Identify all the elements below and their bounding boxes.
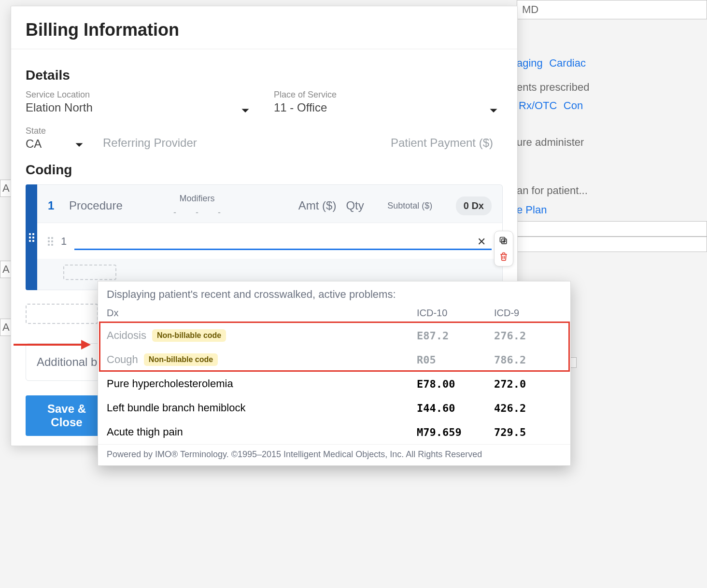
dropdown-row[interactable]: Acute thigh pain M79.659 729.5	[98, 420, 570, 444]
drag-handle-icon[interactable]	[48, 237, 53, 246]
modal-header: Billing Information	[11, 6, 517, 49]
modifier-slot-2[interactable]: -	[196, 208, 198, 218]
dropdown-footer: Powered by IMO® Terminology. ©1995–2015 …	[98, 444, 570, 465]
place-of-service-value: 11 - Office	[274, 101, 327, 114]
qty-label[interactable]: Qty	[346, 199, 364, 212]
bg-left-a3: A	[2, 321, 10, 333]
procedure-row-number: 1	[48, 199, 59, 212]
chevron-down-icon	[241, 107, 250, 116]
bg-text-plan: an for patient...	[517, 184, 588, 197]
add-procedure-placeholder[interactable]	[26, 304, 98, 324]
referring-provider-input[interactable]: Referring Provider	[103, 136, 339, 151]
dx-icd9: 272.0	[494, 378, 562, 390]
patient-payment-input[interactable]: Patient Payment ($)	[358, 136, 503, 151]
col-icd10: ICD-10	[417, 308, 494, 319]
clear-icon[interactable]: ✕	[477, 236, 486, 248]
details-section-title: Details	[26, 68, 503, 83]
coding-block: 1 Procedure Modifiers - - - Amt ($) Qty …	[26, 184, 503, 290]
duplicate-button[interactable]	[497, 234, 510, 248]
dx-icd10: M79.659	[417, 426, 494, 438]
bg-link-con[interactable]: Con	[564, 99, 583, 112]
dropdown-column-headers: Dx ICD-10 ICD-9	[98, 308, 570, 323]
dx-name: Pure hypercholesterolemia	[107, 378, 233, 390]
dx-name: Acute thigh pain	[107, 426, 183, 438]
dropdown-heading: Displaying patient's recent and crosswal…	[98, 281, 570, 308]
row-tools	[494, 231, 513, 266]
bg-left-a2: A	[2, 263, 10, 275]
dx-name: Left bundle branch hemiblock	[107, 402, 245, 414]
procedure-input[interactable]: Procedure	[69, 199, 141, 212]
bg-link-eplan[interactable]: e Plan	[517, 204, 547, 216]
dx-icd10: R05	[417, 354, 494, 366]
dx-icd10: E78.00	[417, 378, 494, 390]
dx-icd9: 729.5	[494, 426, 562, 438]
save-and-close-button[interactable]: Save & Close	[26, 395, 108, 436]
service-location-field[interactable]: Service Location Elation North	[26, 90, 255, 114]
service-location-value: Elation North	[26, 101, 93, 114]
place-of-service-label: Place of Service	[274, 90, 503, 100]
drag-handle[interactable]	[26, 184, 37, 290]
dx-search-input[interactable]	[74, 233, 492, 250]
dx-name: Acidosis	[107, 329, 146, 342]
delete-button[interactable]	[497, 250, 510, 263]
col-icd9: ICD-9	[494, 308, 562, 319]
dropdown-row[interactable]: Left bundle branch hemiblock I44.60 426.…	[98, 396, 570, 420]
dx-icd10: I44.60	[417, 402, 494, 414]
modifier-slot-1[interactable]: -	[173, 208, 176, 218]
modifiers-label: Modifiers	[179, 194, 214, 204]
dx-line-number: 1	[61, 235, 67, 248]
dropdown-row[interactable]: Pure hypercholesterolemia E78.00 272.0	[98, 372, 570, 396]
bg-link-cardiac[interactable]: Cardiac	[549, 57, 586, 69]
dx-count-pill[interactable]: 0 Dx	[456, 196, 492, 215]
bg-left-a1: A	[2, 182, 10, 194]
modal-title: Billing Information	[26, 20, 503, 40]
col-dx: Dx	[107, 308, 417, 319]
service-location-label: Service Location	[26, 90, 255, 100]
coding-header-row: 1 Procedure Modifiers - - - Amt ($) Qty …	[37, 185, 502, 223]
dx-name: Cough	[107, 353, 138, 366]
dx-icd9: 786.2	[494, 354, 562, 366]
bg-link-rxotc[interactable]: Rx/OTC	[519, 99, 557, 112]
bg-text-prescribed: ents prescribed	[517, 81, 589, 94]
add-dx-placeholder[interactable]	[63, 265, 116, 280]
dropdown-row[interactable]: Acidosis Non-billable code E87.2 276.2	[98, 323, 570, 348]
amount-label[interactable]: Amt ($)	[298, 199, 337, 212]
nonbillable-badge: Non-billable code	[152, 329, 226, 342]
bg-text-administer: ure administer	[517, 136, 584, 149]
dx-icd10: E87.2	[417, 330, 494, 342]
nonbillable-badge: Non-billable code	[144, 353, 218, 366]
chevron-down-icon	[489, 107, 498, 116]
dx-icd9: 426.2	[494, 402, 562, 414]
bg-text-md: MD	[522, 3, 538, 15]
state-label: State	[26, 126, 84, 136]
dx-dropdown: Displaying patient's recent and crosswal…	[98, 281, 571, 466]
chevron-down-icon	[75, 141, 84, 150]
coding-section-title: Coding	[26, 162, 503, 178]
state-field[interactable]: State CA	[26, 126, 84, 151]
subtotal-label: Subtotal ($)	[387, 201, 432, 211]
state-value: CA	[26, 137, 42, 150]
dx-entry-row: 1 ✕	[37, 223, 502, 259]
dx-icd9: 276.2	[494, 330, 562, 342]
place-of-service-field[interactable]: Place of Service 11 - Office	[274, 90, 503, 114]
modifier-slot-3[interactable]: -	[218, 208, 221, 218]
dropdown-row[interactable]: Cough Non-billable code R05 786.2	[98, 348, 570, 372]
bg-link-aging[interactable]: aging	[517, 57, 543, 69]
